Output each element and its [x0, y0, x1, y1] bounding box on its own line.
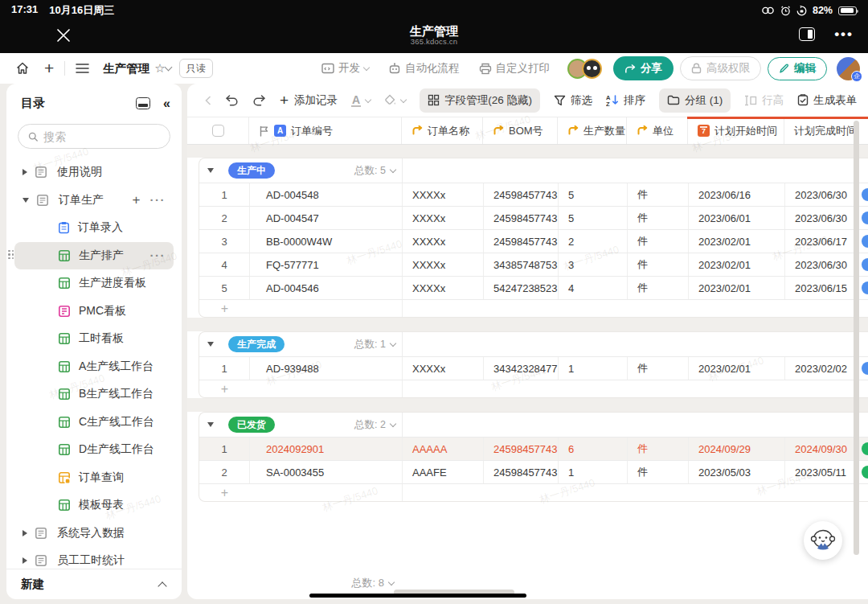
field-management-button[interactable]: 字段管理(26 隐藏): [420, 88, 540, 113]
cell-bom-no[interactable]: 24598457743: [484, 230, 559, 253]
group-header[interactable]: 已发货 总数: 2: [199, 413, 868, 437]
cell-order-name[interactable]: XXXXx: [403, 357, 484, 380]
expand-arrow-icon[interactable]: [23, 169, 27, 175]
favorite-star-icon[interactable]: ☆: [154, 61, 165, 76]
expand-arrow-icon[interactable]: [23, 530, 27, 536]
cell-plan-start[interactable]: 2023/02/01: [689, 277, 785, 299]
home-button[interactable]: [8, 61, 37, 76]
font-color-button[interactable]: A: [351, 94, 371, 107]
cell-plan-start[interactable]: 2023/06/01: [689, 207, 785, 229]
cell-unit[interactable]: 件: [628, 438, 689, 460]
new-document-button[interactable]: +: [37, 59, 61, 78]
cell-order-no[interactable]: SA-0003455: [250, 461, 403, 483]
cell-quantity[interactable]: 3: [559, 253, 628, 276]
sort-button[interactable]: AZ 排序: [606, 93, 645, 108]
sidebar-item-line-b-workbench[interactable]: B生产线工作台: [14, 380, 174, 409]
column-header-order-name[interactable]: 订单名称: [402, 117, 483, 144]
add-row-button[interactable]: +: [199, 299, 868, 317]
cell-unit[interactable]: 件: [628, 357, 689, 380]
cell-bom-no[interactable]: 24598457743: [484, 461, 559, 483]
sidebar-item-template-master[interactable]: 模板母表: [14, 491, 174, 520]
cell-order-name[interactable]: XXXXx: [403, 253, 484, 276]
cell-order-no[interactable]: 2024092901: [250, 438, 403, 460]
cell-order-name[interactable]: XXXXx: [403, 230, 484, 253]
cell-unit[interactable]: 件: [628, 277, 689, 299]
sidebar-item-line-c-workbench[interactable]: C生产线工作台: [14, 409, 174, 437]
share-button[interactable]: 分享: [613, 56, 674, 80]
cell-unit[interactable]: 件: [628, 253, 689, 276]
table-row[interactable]: 2 AD-004547 XXXXx 24598457743 5 件 2023/0…: [199, 206, 868, 229]
column-header-quantity[interactable]: 生产数量: [558, 117, 627, 144]
sidebar-item-progress-board[interactable]: 生产进度看板: [14, 269, 174, 298]
sidebar-toggle-icon[interactable]: [799, 27, 815, 41]
cell-bom-no[interactable]: 34385748753: [484, 253, 559, 276]
cell-bom-no[interactable]: 54247238523: [484, 277, 559, 299]
cell-order-no[interactable]: AD-004547: [250, 207, 403, 229]
column-header-order-no[interactable]: A 订单编号: [249, 117, 402, 144]
sidebar-item-order-query[interactable]: 订单查询: [14, 464, 174, 492]
row-height-button[interactable]: 行高: [744, 93, 784, 108]
column-header-plan-start[interactable]: 7 计划开始时间: [688, 117, 784, 144]
filter-button[interactable]: 筛选: [554, 93, 592, 108]
table-row[interactable]: 1 AD-004548 XXXXx 24598457743 5 件 2023/0…: [199, 183, 868, 206]
group-count[interactable]: 总数: 1: [354, 338, 402, 351]
advanced-permission-button[interactable]: 高级权限: [680, 56, 761, 80]
collapse-arrow-icon[interactable]: [23, 198, 29, 203]
sidebar-item-line-d-workbench[interactable]: D生产线工作台: [14, 436, 174, 464]
collaborator-avatars[interactable]: [567, 59, 602, 79]
panel-bottom-icon[interactable]: [136, 97, 150, 109]
add-record-button[interactable]: + 添加记录: [280, 93, 338, 108]
table-row[interactable]: 4 FQ-577771 XXXXx 34385748753 3 件 2023/0…: [199, 253, 868, 276]
table-row[interactable]: 3 BB-0000W4W XXXXx 24598457743 2 件 2023/…: [199, 229, 868, 253]
sidebar-item-system-import[interactable]: 系统导入数据: [14, 520, 174, 548]
cell-plan-start[interactable]: 2024/09/29: [689, 438, 785, 460]
cell-order-name[interactable]: XXXXx: [403, 183, 484, 206]
table-row[interactable]: 5 AD-004546 XXXXx 54247238523 4 件 2023/0…: [199, 276, 868, 299]
dev-button[interactable]: 开发: [315, 61, 375, 76]
group-header[interactable]: 生产中 总数: 5: [199, 158, 868, 183]
doc-menu-chevron-icon[interactable]: [164, 64, 172, 72]
group-count[interactable]: 总数: 5: [354, 164, 402, 178]
sidebar-item-order-production[interactable]: 订单生产 + ···: [14, 187, 174, 215]
cell-order-name[interactable]: XXXXx: [403, 207, 484, 229]
collapse-group-icon[interactable]: [207, 168, 214, 173]
drag-handle[interactable]: [8, 250, 16, 261]
column-header-unit[interactable]: 单位: [627, 117, 688, 144]
cell-bom-no[interactable]: 24598457743: [484, 183, 559, 206]
table-row[interactable]: 2 SA-0003455 AAAFE 24598457743 1 件 2023/…: [199, 460, 868, 483]
sidebar-item-workhours-board[interactable]: 工时看板: [14, 325, 174, 353]
home-indicator[interactable]: [309, 594, 526, 598]
search-input[interactable]: [43, 130, 160, 143]
sidebar-item-employee-hours[interactable]: 员工工时统计: [14, 547, 174, 569]
vertical-scrollbar[interactable]: [854, 121, 859, 555]
search-box[interactable]: [18, 124, 170, 149]
cell-order-no[interactable]: AD-004548: [250, 183, 403, 206]
cell-order-name[interactable]: XXXXx: [403, 277, 484, 299]
cell-order-no[interactable]: FQ-577771: [250, 253, 403, 276]
collapse-sidebar-icon[interactable]: «: [163, 97, 169, 111]
add-row-button[interactable]: +: [199, 380, 868, 397]
edit-button[interactable]: 编辑: [768, 57, 827, 80]
cell-bom-no[interactable]: 24598457743: [484, 438, 559, 460]
cell-plan-start[interactable]: 2023/02/01: [689, 230, 785, 253]
cell-quantity[interactable]: 4: [559, 277, 628, 299]
cell-bom-no[interactable]: 24598457743: [484, 207, 559, 229]
cell-order-name[interactable]: AAAAA: [403, 438, 484, 460]
cell-quantity[interactable]: 1: [559, 461, 628, 483]
undo-button[interactable]: [225, 94, 239, 106]
cell-unit[interactable]: 件: [628, 461, 689, 483]
automation-button[interactable]: 自动化流程: [382, 61, 466, 76]
cell-bom-no[interactable]: 34342328477: [484, 357, 559, 380]
cell-quantity[interactable]: 6: [559, 438, 628, 460]
collapse-group-icon[interactable]: [207, 342, 214, 347]
column-header-bom-no[interactable]: BOM号: [483, 117, 558, 144]
table-total-count[interactable]: 总数: 8: [199, 576, 402, 590]
menu-button[interactable]: [68, 63, 96, 74]
select-all-checkbox[interactable]: [212, 125, 224, 137]
add-sheet-icon[interactable]: +: [133, 193, 141, 207]
table-row[interactable]: 1 AD-939488 XXXXx 34342328477 1 件 2023/0…: [199, 356, 868, 380]
collapse-group-icon[interactable]: [207, 422, 214, 427]
cell-unit[interactable]: 件: [628, 230, 689, 253]
cell-order-no[interactable]: AD-939488: [250, 357, 403, 380]
cell-unit[interactable]: 件: [628, 183, 689, 206]
